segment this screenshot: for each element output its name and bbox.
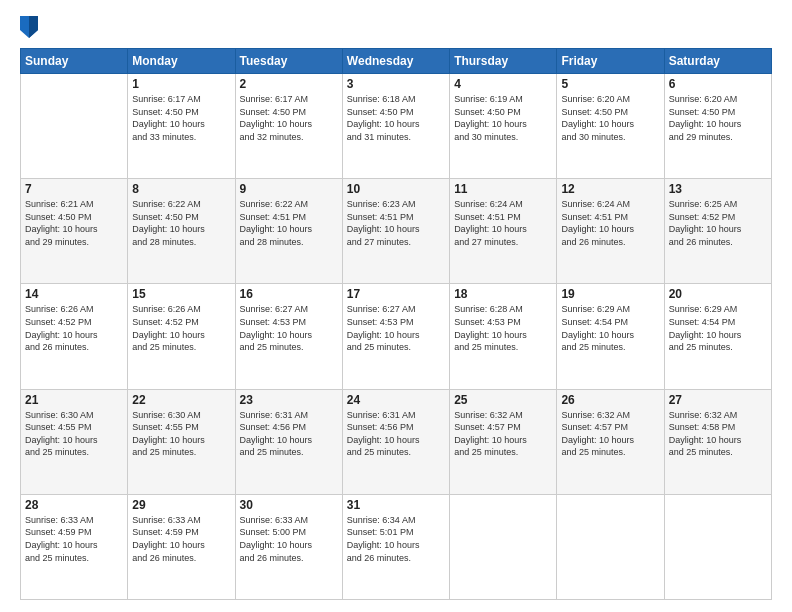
cell-info: Sunrise: 6:29 AM Sunset: 4:54 PM Dayligh…: [669, 303, 767, 353]
page: SundayMondayTuesdayWednesdayThursdayFrid…: [0, 0, 792, 612]
cell-info: Sunrise: 6:27 AM Sunset: 4:53 PM Dayligh…: [347, 303, 445, 353]
cell-info: Sunrise: 6:20 AM Sunset: 4:50 PM Dayligh…: [669, 93, 767, 143]
table-cell: 12Sunrise: 6:24 AM Sunset: 4:51 PM Dayli…: [557, 179, 664, 284]
cell-info: Sunrise: 6:27 AM Sunset: 4:53 PM Dayligh…: [240, 303, 338, 353]
table-cell: 7Sunrise: 6:21 AM Sunset: 4:50 PM Daylig…: [21, 179, 128, 284]
day-number: 22: [132, 393, 230, 407]
svg-marker-1: [29, 16, 38, 38]
week-row-4: 21Sunrise: 6:30 AM Sunset: 4:55 PM Dayli…: [21, 389, 772, 494]
table-cell: 4Sunrise: 6:19 AM Sunset: 4:50 PM Daylig…: [450, 74, 557, 179]
cell-info: Sunrise: 6:18 AM Sunset: 4:50 PM Dayligh…: [347, 93, 445, 143]
weekday-thursday: Thursday: [450, 49, 557, 74]
header: [20, 18, 772, 38]
day-number: 28: [25, 498, 123, 512]
day-number: 25: [454, 393, 552, 407]
cell-info: Sunrise: 6:28 AM Sunset: 4:53 PM Dayligh…: [454, 303, 552, 353]
day-number: 23: [240, 393, 338, 407]
table-cell: 13Sunrise: 6:25 AM Sunset: 4:52 PM Dayli…: [664, 179, 771, 284]
cell-info: Sunrise: 6:26 AM Sunset: 4:52 PM Dayligh…: [132, 303, 230, 353]
cell-info: Sunrise: 6:33 AM Sunset: 4:59 PM Dayligh…: [132, 514, 230, 564]
table-cell: 20Sunrise: 6:29 AM Sunset: 4:54 PM Dayli…: [664, 284, 771, 389]
day-number: 10: [347, 182, 445, 196]
cell-info: Sunrise: 6:22 AM Sunset: 4:50 PM Dayligh…: [132, 198, 230, 248]
day-number: 9: [240, 182, 338, 196]
week-row-5: 28Sunrise: 6:33 AM Sunset: 4:59 PM Dayli…: [21, 494, 772, 599]
cell-info: Sunrise: 6:20 AM Sunset: 4:50 PM Dayligh…: [561, 93, 659, 143]
table-cell: 26Sunrise: 6:32 AM Sunset: 4:57 PM Dayli…: [557, 389, 664, 494]
day-number: 4: [454, 77, 552, 91]
weekday-tuesday: Tuesday: [235, 49, 342, 74]
table-cell: 23Sunrise: 6:31 AM Sunset: 4:56 PM Dayli…: [235, 389, 342, 494]
week-row-3: 14Sunrise: 6:26 AM Sunset: 4:52 PM Dayli…: [21, 284, 772, 389]
day-number: 13: [669, 182, 767, 196]
cell-info: Sunrise: 6:31 AM Sunset: 4:56 PM Dayligh…: [240, 409, 338, 459]
cell-info: Sunrise: 6:32 AM Sunset: 4:58 PM Dayligh…: [669, 409, 767, 459]
day-number: 7: [25, 182, 123, 196]
day-number: 3: [347, 77, 445, 91]
table-cell: 9Sunrise: 6:22 AM Sunset: 4:51 PM Daylig…: [235, 179, 342, 284]
day-number: 2: [240, 77, 338, 91]
cell-info: Sunrise: 6:21 AM Sunset: 4:50 PM Dayligh…: [25, 198, 123, 248]
day-number: 17: [347, 287, 445, 301]
table-cell: [21, 74, 128, 179]
day-number: 1: [132, 77, 230, 91]
table-cell: 24Sunrise: 6:31 AM Sunset: 4:56 PM Dayli…: [342, 389, 449, 494]
day-number: 8: [132, 182, 230, 196]
day-number: 27: [669, 393, 767, 407]
cell-info: Sunrise: 6:34 AM Sunset: 5:01 PM Dayligh…: [347, 514, 445, 564]
day-number: 14: [25, 287, 123, 301]
day-number: 5: [561, 77, 659, 91]
cell-info: Sunrise: 6:29 AM Sunset: 4:54 PM Dayligh…: [561, 303, 659, 353]
table-cell: 31Sunrise: 6:34 AM Sunset: 5:01 PM Dayli…: [342, 494, 449, 599]
cell-info: Sunrise: 6:33 AM Sunset: 4:59 PM Dayligh…: [25, 514, 123, 564]
table-cell: [557, 494, 664, 599]
table-cell: 27Sunrise: 6:32 AM Sunset: 4:58 PM Dayli…: [664, 389, 771, 494]
week-row-1: 1Sunrise: 6:17 AM Sunset: 4:50 PM Daylig…: [21, 74, 772, 179]
day-number: 20: [669, 287, 767, 301]
table-cell: 14Sunrise: 6:26 AM Sunset: 4:52 PM Dayli…: [21, 284, 128, 389]
cell-info: Sunrise: 6:17 AM Sunset: 4:50 PM Dayligh…: [132, 93, 230, 143]
cell-info: Sunrise: 6:17 AM Sunset: 4:50 PM Dayligh…: [240, 93, 338, 143]
cell-info: Sunrise: 6:24 AM Sunset: 4:51 PM Dayligh…: [561, 198, 659, 248]
day-number: 29: [132, 498, 230, 512]
day-number: 11: [454, 182, 552, 196]
weekday-saturday: Saturday: [664, 49, 771, 74]
weekday-header-row: SundayMondayTuesdayWednesdayThursdayFrid…: [21, 49, 772, 74]
weekday-friday: Friday: [557, 49, 664, 74]
cell-info: Sunrise: 6:22 AM Sunset: 4:51 PM Dayligh…: [240, 198, 338, 248]
weekday-wednesday: Wednesday: [342, 49, 449, 74]
cell-info: Sunrise: 6:26 AM Sunset: 4:52 PM Dayligh…: [25, 303, 123, 353]
day-number: 18: [454, 287, 552, 301]
day-number: 30: [240, 498, 338, 512]
day-number: 19: [561, 287, 659, 301]
table-cell: [450, 494, 557, 599]
cell-info: Sunrise: 6:30 AM Sunset: 4:55 PM Dayligh…: [25, 409, 123, 459]
day-number: 12: [561, 182, 659, 196]
day-number: 16: [240, 287, 338, 301]
day-number: 6: [669, 77, 767, 91]
table-cell: 2Sunrise: 6:17 AM Sunset: 4:50 PM Daylig…: [235, 74, 342, 179]
table-cell: 8Sunrise: 6:22 AM Sunset: 4:50 PM Daylig…: [128, 179, 235, 284]
cell-info: Sunrise: 6:33 AM Sunset: 5:00 PM Dayligh…: [240, 514, 338, 564]
week-row-2: 7Sunrise: 6:21 AM Sunset: 4:50 PM Daylig…: [21, 179, 772, 284]
table-cell: 6Sunrise: 6:20 AM Sunset: 4:50 PM Daylig…: [664, 74, 771, 179]
cell-info: Sunrise: 6:31 AM Sunset: 4:56 PM Dayligh…: [347, 409, 445, 459]
table-cell: 16Sunrise: 6:27 AM Sunset: 4:53 PM Dayli…: [235, 284, 342, 389]
table-cell: 25Sunrise: 6:32 AM Sunset: 4:57 PM Dayli…: [450, 389, 557, 494]
table-cell: 15Sunrise: 6:26 AM Sunset: 4:52 PM Dayli…: [128, 284, 235, 389]
table-cell: 18Sunrise: 6:28 AM Sunset: 4:53 PM Dayli…: [450, 284, 557, 389]
cell-info: Sunrise: 6:32 AM Sunset: 4:57 PM Dayligh…: [561, 409, 659, 459]
table-cell: 1Sunrise: 6:17 AM Sunset: 4:50 PM Daylig…: [128, 74, 235, 179]
table-cell: [664, 494, 771, 599]
cell-info: Sunrise: 6:19 AM Sunset: 4:50 PM Dayligh…: [454, 93, 552, 143]
cell-info: Sunrise: 6:23 AM Sunset: 4:51 PM Dayligh…: [347, 198, 445, 248]
cell-info: Sunrise: 6:30 AM Sunset: 4:55 PM Dayligh…: [132, 409, 230, 459]
cell-info: Sunrise: 6:25 AM Sunset: 4:52 PM Dayligh…: [669, 198, 767, 248]
weekday-monday: Monday: [128, 49, 235, 74]
logo-icon: [20, 16, 38, 38]
table-cell: 10Sunrise: 6:23 AM Sunset: 4:51 PM Dayli…: [342, 179, 449, 284]
day-number: 31: [347, 498, 445, 512]
table-cell: 28Sunrise: 6:33 AM Sunset: 4:59 PM Dayli…: [21, 494, 128, 599]
table-cell: 5Sunrise: 6:20 AM Sunset: 4:50 PM Daylig…: [557, 74, 664, 179]
table-cell: 17Sunrise: 6:27 AM Sunset: 4:53 PM Dayli…: [342, 284, 449, 389]
